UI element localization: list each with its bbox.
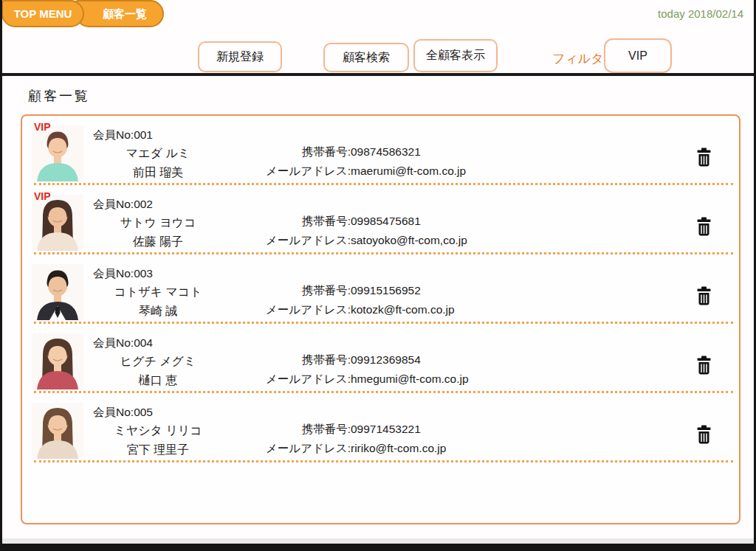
email-line: メールアドレス:kotozk@ft-com.co.jp bbox=[251, 302, 455, 318]
email-line: メールアドレス:hmegumi@ft-com.co.jp bbox=[251, 372, 469, 387]
trash-icon bbox=[695, 216, 713, 239]
phone-value: 09874586321 bbox=[351, 145, 421, 158]
member-number-value: 004 bbox=[134, 336, 153, 349]
email-label: メールアドレス: bbox=[251, 164, 351, 179]
vip-flag: VIP bbox=[34, 121, 51, 133]
email-label: メールアドレス: bbox=[251, 302, 351, 318]
new-registration-button[interactable]: 新規登録 bbox=[198, 41, 282, 72]
phone-label: 携帯番号: bbox=[251, 145, 351, 160]
phone-value: 09971453221 bbox=[351, 423, 421, 435]
customer-list-panel: VIP 会員No:001 マエダ ルミ 前田 瑠美 携帯番号:098745863… bbox=[21, 114, 740, 524]
tab-customer-list[interactable]: 顧客一覧 bbox=[75, 0, 164, 27]
email-line: メールアドレス:maerumi@ft-com.co.jp bbox=[251, 164, 466, 179]
member-number: 会員No:001 bbox=[93, 128, 153, 143]
customer-name-kanji: 樋口 恵 bbox=[93, 373, 223, 389]
customer-photo bbox=[32, 125, 83, 181]
phone-line: 携帯番号:09912369854 bbox=[251, 353, 421, 368]
today-date-label: today 2018/02/14 bbox=[658, 7, 743, 20]
member-number: 会員No:003 bbox=[93, 266, 153, 282]
member-number-prefix: 会員No: bbox=[93, 128, 134, 141]
customer-name-kana: ヒグチ メグミ bbox=[93, 354, 223, 370]
delete-customer-button[interactable] bbox=[690, 284, 717, 309]
trash-icon bbox=[695, 147, 713, 170]
vip-flag: VIP bbox=[34, 190, 51, 202]
email-label: メールアドレス: bbox=[251, 372, 351, 387]
tab-top-menu-label: TOP MENU bbox=[14, 7, 72, 20]
phone-label: 携帯番号: bbox=[251, 283, 351, 299]
phone-label: 携帯番号: bbox=[251, 422, 351, 437]
vip-filter-button[interactable]: VIP bbox=[604, 38, 672, 73]
customer-name-kana: コトザキ マコト bbox=[93, 285, 223, 300]
email-line: メールアドレス:satoyoko@ft-com,co.jp bbox=[251, 233, 467, 249]
email-label: メールアドレス: bbox=[251, 233, 351, 249]
phone-line: 携帯番号:09874586321 bbox=[251, 145, 421, 160]
delete-customer-button[interactable] bbox=[690, 353, 717, 378]
member-number-prefix: 会員No: bbox=[93, 336, 134, 349]
customer-name-kana: マエダ ルミ bbox=[93, 146, 223, 162]
customer-name-kanji: 琴崎 誠 bbox=[93, 304, 223, 319]
member-number: 会員No:002 bbox=[93, 197, 153, 212]
member-number: 会員No:005 bbox=[93, 405, 153, 420]
member-number-value: 001 bbox=[134, 128, 153, 141]
customer-name-kanji: 宮下 理里子 bbox=[93, 443, 223, 458]
customer-row: VIP 会員No:004 ヒグチ メグミ 樋口 恵 携帯番号:099123698… bbox=[22, 324, 739, 393]
trash-icon bbox=[695, 355, 713, 378]
customer-photo bbox=[32, 403, 83, 459]
show-all-customers-button[interactable]: 全顧客表示 bbox=[413, 39, 498, 72]
email-value: kotozk@ft-com.co.jp bbox=[351, 303, 455, 316]
email-label: メールアドレス: bbox=[251, 441, 351, 457]
filter-label: フィルタ bbox=[552, 50, 604, 67]
phone-value: 09985475681 bbox=[351, 215, 421, 227]
customer-name-kanji: 前田 瑠美 bbox=[93, 165, 223, 181]
bottom-gray-strip bbox=[2, 538, 754, 544]
email-value: hmegumi@ft-com.co.jp bbox=[351, 372, 469, 385]
phone-line: 携帯番号:09985475681 bbox=[251, 214, 421, 229]
phone-line: 携帯番号:09915156952 bbox=[251, 283, 421, 299]
delete-customer-button[interactable] bbox=[690, 215, 717, 240]
customer-row: VIP 会員No:003 コトザキ マコト 琴崎 誠 携帯番号:09915156… bbox=[22, 254, 739, 324]
customer-photo bbox=[32, 333, 83, 389]
app-window: 顧客一覧 TOP MENU today 2018/02/14 新規登録 顧客検索… bbox=[0, 0, 756, 551]
header-bar: 顧客一覧 TOP MENU today 2018/02/14 新規登録 顧客検索… bbox=[2, 0, 754, 76]
member-number: 会員No:004 bbox=[93, 336, 153, 351]
member-number-value: 003 bbox=[134, 267, 153, 280]
tab-customer-list-label: 顧客一覧 bbox=[103, 7, 147, 20]
customer-row: VIP 会員No:001 マエダ ルミ 前田 瑠美 携帯番号:098745863… bbox=[22, 116, 739, 185]
trash-icon bbox=[695, 424, 713, 447]
customer-row: VIP 会員No:002 サトウ ヨウコ 佐藤 陽子 携帯番号:09985475… bbox=[22, 185, 739, 254]
member-number-prefix: 会員No: bbox=[93, 267, 134, 280]
customer-name-kana: サトウ ヨウコ bbox=[93, 215, 223, 231]
customer-search-button[interactable]: 顧客検索 bbox=[323, 43, 409, 72]
customer-name-kana: ミヤシタ リリコ bbox=[93, 423, 223, 439]
email-value: satoyoko@ft-com,co.jp bbox=[351, 234, 467, 246]
email-line: メールアドレス:ririko@ft-com.co.jp bbox=[251, 441, 446, 457]
email-value: maerumi@ft-com.co.jp bbox=[351, 164, 466, 177]
trash-icon bbox=[695, 285, 713, 308]
page-title: 顧客一覧 bbox=[28, 87, 90, 105]
email-value: ririko@ft-com.co.jp bbox=[351, 442, 446, 454]
customer-photo bbox=[32, 195, 83, 251]
customer-name-kanji: 佐藤 陽子 bbox=[93, 235, 223, 250]
member-number-prefix: 会員No: bbox=[93, 198, 134, 210]
phone-label: 携帯番号: bbox=[251, 353, 351, 368]
phone-value: 09912369854 bbox=[351, 353, 421, 366]
delete-customer-button[interactable] bbox=[690, 145, 717, 170]
bottom-frame-bar bbox=[2, 544, 754, 551]
phone-line: 携帯番号:09971453221 bbox=[251, 422, 421, 437]
customer-photo bbox=[32, 264, 83, 320]
phone-label: 携帯番号: bbox=[251, 214, 351, 229]
member-number-value: 002 bbox=[134, 198, 153, 210]
delete-customer-button[interactable] bbox=[690, 423, 717, 448]
phone-value: 09915156952 bbox=[351, 284, 421, 297]
member-number-prefix: 会員No: bbox=[93, 406, 134, 418]
customer-row: VIP 会員No:005 ミヤシタ リリコ 宮下 理里子 携帯番号:099714… bbox=[22, 393, 739, 462]
member-number-value: 005 bbox=[134, 406, 153, 418]
tab-top-menu[interactable]: TOP MENU bbox=[1, 0, 84, 27]
